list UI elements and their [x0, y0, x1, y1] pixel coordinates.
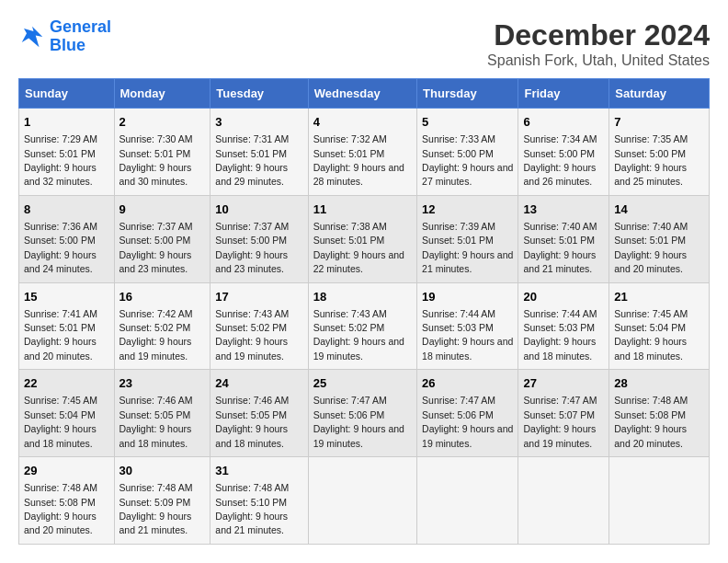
- day-sunset: Sunset: 5:00 PM: [422, 148, 494, 159]
- day-daylight: Daylight: 9 hours and 19 minutes.: [313, 336, 404, 361]
- day-daylight: Daylight: 9 hours and 20 minutes.: [24, 511, 97, 535]
- day-sunset: Sunset: 5:01 PM: [313, 148, 385, 159]
- day-sunrise: Sunrise: 7:43 AM: [313, 308, 387, 319]
- day-sunset: Sunset: 5:00 PM: [614, 148, 686, 159]
- calendar-cell: 19Sunrise: 7:44 AMSunset: 5:03 PMDayligh…: [417, 282, 518, 370]
- day-number: 19: [422, 289, 513, 305]
- day-sunrise: Sunrise: 7:39 AM: [422, 221, 495, 232]
- day-number: 1: [24, 114, 109, 131]
- calendar-cell: 12Sunrise: 7:39 AMSunset: 5:01 PMDayligh…: [417, 195, 518, 282]
- day-number: 11: [313, 201, 412, 218]
- day-number: 22: [24, 375, 109, 392]
- day-sunset: Sunset: 5:01 PM: [313, 235, 385, 246]
- day-daylight: Daylight: 9 hours and 18 minutes.: [422, 336, 513, 361]
- day-sunrise: Sunrise: 7:47 AM: [313, 395, 387, 406]
- day-sunrise: Sunrise: 7:45 AM: [24, 395, 97, 406]
- day-sunset: Sunset: 5:02 PM: [119, 322, 191, 333]
- day-daylight: Daylight: 9 hours and 20 minutes.: [24, 336, 97, 361]
- day-sunset: Sunset: 5:03 PM: [523, 322, 595, 333]
- calendar-cell: 9Sunrise: 7:37 AMSunset: 5:00 PMDaylight…: [114, 195, 210, 282]
- day-sunset: Sunset: 5:05 PM: [119, 409, 191, 420]
- day-daylight: Daylight: 9 hours and 20 minutes.: [614, 423, 687, 448]
- day-daylight: Daylight: 9 hours and 21 minutes.: [422, 249, 513, 274]
- day-sunrise: Sunrise: 7:35 AM: [614, 133, 688, 144]
- day-sunset: Sunset: 5:03 PM: [422, 322, 494, 333]
- calendar-cell: 22Sunrise: 7:45 AMSunset: 5:04 PMDayligh…: [19, 370, 115, 457]
- day-sunset: Sunset: 5:02 PM: [313, 322, 385, 333]
- calendar-cell: 30Sunrise: 7:48 AMSunset: 5:09 PMDayligh…: [114, 457, 210, 545]
- header-day-friday: Friday: [518, 79, 609, 109]
- day-sunset: Sunset: 5:01 PM: [24, 322, 96, 333]
- day-sunrise: Sunrise: 7:37 AM: [119, 221, 193, 232]
- day-daylight: Daylight: 9 hours and 29 minutes.: [215, 162, 288, 187]
- day-sunrise: Sunrise: 7:44 AM: [523, 308, 597, 319]
- calendar-cell: 25Sunrise: 7:47 AMSunset: 5:06 PMDayligh…: [308, 370, 416, 457]
- calendar-week-row: 29Sunrise: 7:48 AMSunset: 5:08 PMDayligh…: [19, 457, 710, 545]
- day-daylight: Daylight: 9 hours and 21 minutes.: [215, 511, 288, 535]
- day-sunrise: Sunrise: 7:47 AM: [523, 395, 597, 406]
- calendar-cell: 11Sunrise: 7:38 AMSunset: 5:01 PMDayligh…: [308, 195, 416, 282]
- day-daylight: Daylight: 9 hours and 19 minutes.: [422, 423, 513, 448]
- day-sunrise: Sunrise: 7:48 AM: [614, 395, 688, 406]
- day-sunset: Sunset: 5:10 PM: [215, 497, 287, 508]
- day-sunrise: Sunrise: 7:30 AM: [119, 133, 193, 144]
- calendar-cell: [518, 457, 609, 545]
- day-number: 18: [313, 289, 412, 305]
- day-sunrise: Sunrise: 7:48 AM: [119, 482, 193, 493]
- day-sunrise: Sunrise: 7:40 AM: [523, 221, 597, 232]
- main-title: December 2024: [487, 18, 710, 52]
- day-number: 4: [313, 114, 412, 131]
- day-sunset: Sunset: 5:01 PM: [24, 148, 96, 159]
- calendar-week-row: 8Sunrise: 7:36 AMSunset: 5:00 PMDaylight…: [19, 195, 710, 282]
- day-daylight: Daylight: 9 hours and 25 minutes.: [614, 162, 687, 187]
- day-daylight: Daylight: 9 hours and 24 minutes.: [24, 249, 97, 274]
- day-sunrise: Sunrise: 7:48 AM: [215, 482, 289, 493]
- day-daylight: Daylight: 9 hours and 30 minutes.: [119, 162, 192, 187]
- day-number: 12: [422, 201, 513, 218]
- day-sunset: Sunset: 5:08 PM: [24, 497, 96, 508]
- header-day-monday: Monday: [114, 79, 210, 109]
- logo-text: General Blue: [50, 18, 111, 55]
- day-sunrise: Sunrise: 7:32 AM: [313, 133, 387, 144]
- day-daylight: Daylight: 9 hours and 22 minutes.: [313, 249, 404, 274]
- header: General Blue December 2024 Spanish Fork,…: [18, 18, 710, 69]
- day-number: 15: [24, 289, 109, 305]
- header-day-saturday: Saturday: [609, 79, 710, 109]
- calendar-cell: 17Sunrise: 7:43 AMSunset: 5:02 PMDayligh…: [210, 282, 308, 370]
- day-daylight: Daylight: 9 hours and 32 minutes.: [24, 162, 97, 187]
- day-sunset: Sunset: 5:01 PM: [215, 148, 287, 159]
- day-sunrise: Sunrise: 7:34 AM: [523, 133, 597, 144]
- calendar-cell: 14Sunrise: 7:40 AMSunset: 5:01 PMDayligh…: [609, 195, 710, 282]
- calendar-cell: 7Sunrise: 7:35 AMSunset: 5:00 PMDaylight…: [609, 109, 710, 196]
- day-number: 31: [215, 463, 302, 479]
- day-daylight: Daylight: 9 hours and 19 minutes.: [523, 423, 596, 448]
- calendar-header-row: SundayMondayTuesdayWednesdayThursdayFrid…: [19, 79, 710, 109]
- calendar-cell: 23Sunrise: 7:46 AMSunset: 5:05 PMDayligh…: [114, 370, 210, 457]
- header-day-thursday: Thursday: [417, 79, 518, 109]
- day-sunrise: Sunrise: 7:37 AM: [215, 221, 289, 232]
- day-sunrise: Sunrise: 7:33 AM: [422, 133, 495, 144]
- day-sunrise: Sunrise: 7:46 AM: [215, 395, 289, 406]
- day-sunset: Sunset: 5:01 PM: [523, 235, 595, 246]
- day-daylight: Daylight: 9 hours and 18 minutes.: [119, 423, 192, 448]
- day-number: 24: [215, 375, 302, 392]
- day-number: 26: [422, 375, 513, 392]
- day-number: 27: [523, 375, 604, 392]
- calendar-cell: 6Sunrise: 7:34 AMSunset: 5:00 PMDaylight…: [518, 109, 609, 196]
- day-sunrise: Sunrise: 7:45 AM: [614, 308, 688, 319]
- calendar-cell: [417, 457, 518, 545]
- calendar-cell: 16Sunrise: 7:42 AMSunset: 5:02 PMDayligh…: [114, 282, 210, 370]
- day-number: 8: [24, 201, 109, 218]
- day-number: 28: [614, 375, 704, 392]
- calendar-cell: 5Sunrise: 7:33 AMSunset: 5:00 PMDaylight…: [417, 109, 518, 196]
- day-sunset: Sunset: 5:00 PM: [523, 148, 595, 159]
- calendar-week-row: 1Sunrise: 7:29 AMSunset: 5:01 PMDaylight…: [19, 109, 710, 196]
- day-sunrise: Sunrise: 7:44 AM: [422, 308, 495, 319]
- day-sunrise: Sunrise: 7:31 AM: [215, 133, 289, 144]
- day-daylight: Daylight: 9 hours and 26 minutes.: [523, 162, 596, 187]
- day-daylight: Daylight: 9 hours and 23 minutes.: [119, 249, 192, 274]
- day-sunset: Sunset: 5:07 PM: [523, 409, 595, 420]
- title-area: December 2024 Spanish Fork, Utah, United…: [487, 18, 710, 69]
- day-sunrise: Sunrise: 7:40 AM: [614, 221, 688, 232]
- day-number: 6: [523, 114, 604, 131]
